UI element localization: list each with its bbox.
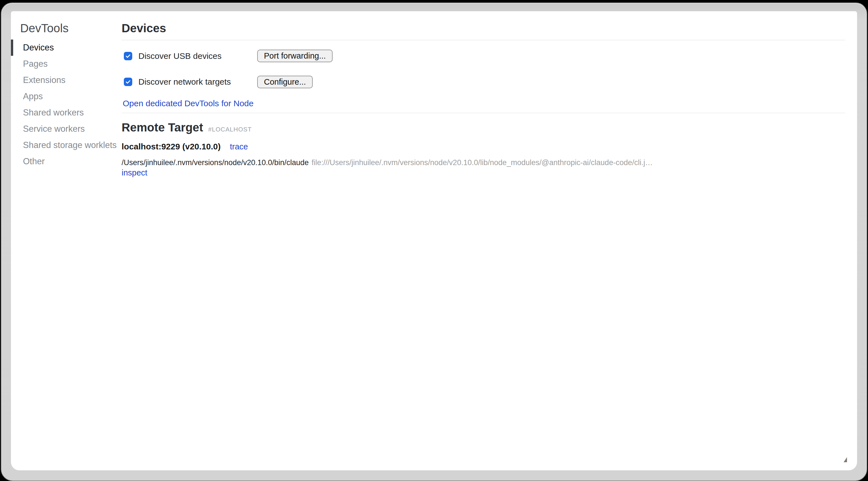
process-path: /Users/jinhuilee/.nvm/versions/node/v20.… [122, 158, 309, 167]
sidebar-item-apps[interactable]: Apps [11, 88, 117, 104]
sidebar-item-label: Service workers [23, 124, 85, 134]
sidebar-item-service-workers[interactable]: Service workers [11, 121, 117, 137]
sidebar-item-label: Other [23, 156, 45, 167]
devices-heading: Devices [122, 21, 166, 35]
localhost-tag: #LOCALHOST [208, 126, 252, 133]
trace-link[interactable]: trace [230, 142, 248, 151]
sidebar-item-other[interactable]: Other [11, 153, 117, 170]
discover-usb-row: Discover USB devices [124, 51, 222, 61]
inspect-page: DevTools Devices Pages Extensions Apps S… [11, 11, 857, 470]
sidebar-item-label: Apps [23, 91, 43, 101]
remote-target-heading: Remote Target [122, 121, 203, 134]
sidebar: Devices Pages Extensions Apps Shared wor… [11, 39, 117, 170]
target-name: localhost:9229 (v20.10.0) [122, 142, 221, 151]
inspect-link[interactable]: inspect [122, 168, 147, 177]
checkmark-icon [125, 79, 131, 85]
sidebar-item-shared-workers[interactable]: Shared workers [11, 104, 117, 121]
divider [122, 40, 845, 40]
remote-target-heading-row: Remote Target #LOCALHOST [122, 121, 252, 134]
file-url: file:///Users/jinhuilee/.nvm/versions/no… [312, 158, 653, 167]
sidebar-item-pages[interactable]: Pages [11, 56, 117, 72]
sidebar-item-shared-storage-worklets[interactable]: Shared storage worklets [11, 137, 117, 153]
sidebar-item-devices[interactable]: Devices [11, 39, 117, 56]
sidebar-item-extensions[interactable]: Extensions [11, 72, 117, 88]
discover-usb-label: Discover USB devices [138, 51, 222, 61]
sidebar-item-label: Devices [23, 42, 54, 53]
discover-network-checkbox[interactable] [124, 78, 132, 86]
page-title: DevTools [20, 22, 69, 35]
configure-button[interactable]: Configure... [257, 76, 313, 88]
open-node-devtools-link[interactable]: Open dedicated DevTools for Node [123, 99, 254, 108]
target-row: localhost:9229 (v20.10.0) trace [122, 142, 248, 151]
discover-usb-checkbox[interactable] [124, 52, 132, 60]
divider [122, 113, 845, 113]
port-forwarding-button[interactable]: Port forwarding... [257, 50, 333, 62]
sidebar-item-label: Pages [23, 59, 48, 69]
discover-network-row: Discover network targets [124, 77, 231, 87]
checkmark-icon [125, 53, 131, 59]
discover-network-label: Discover network targets [138, 77, 231, 87]
devtools-window: DevTools Devices Pages Extensions Apps S… [1, 2, 867, 481]
target-path-row: /Users/jinhuilee/.nvm/versions/node/v20.… [122, 158, 653, 167]
sidebar-item-label: Shared storage worklets [23, 140, 117, 150]
sidebar-item-label: Extensions [23, 75, 66, 85]
sidebar-item-label: Shared workers [23, 108, 84, 118]
